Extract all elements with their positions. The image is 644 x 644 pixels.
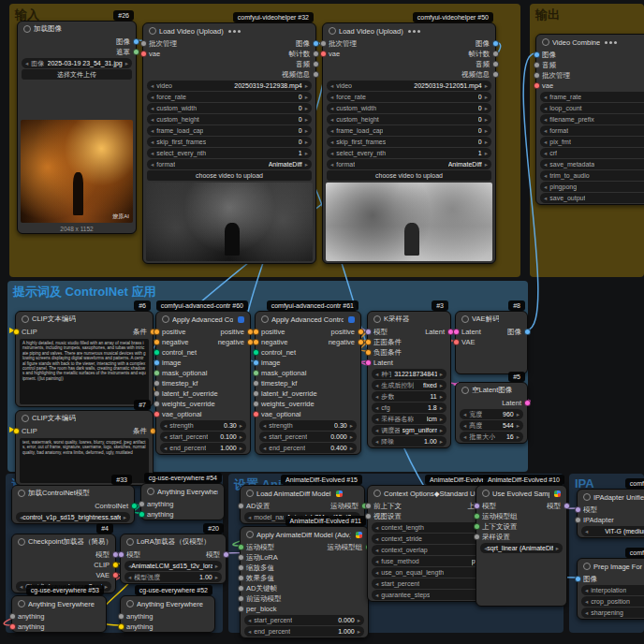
decrement-arrow[interactable]: ◂ [463,409,466,419]
VAE-out-port[interactable] [112,572,119,578]
increment-arrow[interactable]: ▸ [517,432,520,442]
decrement-arrow[interactable]: ◂ [463,420,466,431]
node-header[interactable]: Apply Advanced ControlNet [156,312,250,327]
node-graph-canvas[interactable]: 输入输出提示词及 ControlNet 应用遮罩及 ControlNet设置 A… [0,0,644,644]
latent_kf_override-in-port[interactable] [154,390,160,397]
视频信息-out-port[interactable] [313,71,319,78]
collapse-toggle[interactable] [373,315,381,323]
图像-in-port[interactable] [534,51,540,58]
increment-arrow[interactable]: ▸ [350,432,353,442]
decrement-arrow[interactable]: ◂ [544,103,547,113]
node-header[interactable]: Prep Image For ClipVision [578,559,644,574]
decrement-arrow[interactable]: ◂ [330,148,333,158]
decrement-arrow[interactable]: ◂ [544,114,547,124]
vae-in-port[interactable] [140,51,147,57]
timestep_kf-in-port[interactable] [154,380,160,387]
decrement-arrow[interactable]: ◂ [375,567,378,578]
模型-in-port[interactable] [474,503,480,509]
widget-value[interactable]: ◂ViT-G (medium strength)▸ [581,526,644,536]
widget-end_percent[interactable]: ◂end_percent1.000▸ [160,443,246,453]
CLIP-out-port[interactable] [112,562,119,568]
increment-arrow[interactable]: ▸ [440,414,443,424]
increment-arrow[interactable]: ▸ [556,543,559,553]
anything-in-port[interactable] [9,613,16,620]
遮罩-out-port[interactable] [133,49,139,55]
node-apply-ad-model[interactable]: AnimateDiff-Evolved #11Apply AnimateDiff… [240,526,369,638]
widget-strength[interactable]: ◂strength0.30▸ [259,420,357,431]
widget-crop_position[interactable]: ◂crop_positioncenter▸ [581,596,644,607]
node-header[interactable]: Checkpoint加载器（简易） [12,534,115,549]
node-load-image[interactable]: #26加载图像图像遮罩◂图像2025-03-19 23_54_31.jpg▸选择… [17,21,137,234]
vae_optional-in-port[interactable] [154,411,160,417]
node-header[interactable]: Load Video (Upload) [323,23,495,38]
widget-strength[interactable]: ◂strength0.30▸ [160,420,246,431]
decrement-arrow[interactable]: ◂ [330,114,333,124]
decrement-arrow[interactable]: ◂ [375,391,378,402]
decrement-arrow[interactable]: ◂ [151,114,154,124]
widget-crf[interactable]: ◂crf▸ [540,148,644,158]
decrement-arrow[interactable]: ◂ [330,137,333,147]
批次管理-in-port[interactable] [534,72,540,79]
decrement-arrow[interactable]: ◂ [375,545,378,555]
node-anything-everywhere-53[interactable]: cg-use-everywhere #53Anything Everywhere… [11,595,107,633]
decrement-arrow[interactable]: ◂ [151,80,154,91]
decrement-arrow[interactable]: ◂ [544,193,547,203]
批次管理-in-port[interactable] [140,40,147,47]
collapse-toggle[interactable] [246,490,254,497]
IPAdapter-in-port[interactable] [575,517,581,523]
node-controlnet-loader[interactable]: #33加载ControlNet模型ControlNet◂control_v1p_… [11,485,135,524]
node-clip-encode-pos[interactable]: #6CLIP文本编码CLIP条件A highly detailed, music… [15,311,154,407]
ControlNet-out-port[interactable] [131,503,138,509]
widget-value[interactable]: ◂control_v1p_sd15_brightness.safetensors… [16,512,130,522]
decrement-arrow[interactable]: ◂ [248,615,251,625]
anything-in-port[interactable] [118,623,124,630]
decrement-arrow[interactable]: ◂ [375,522,378,533]
collapse-toggle[interactable] [22,315,29,323]
increment-arrow[interactable]: ▸ [485,148,488,158]
increment-arrow[interactable]: ▸ [305,103,308,113]
decrement-arrow[interactable]: ◂ [248,626,251,637]
node-clip-encode-neg[interactable]: #7CLIP文本编码CLIP条件text, watermark, worst q… [15,410,154,486]
increment-arrow[interactable]: ▸ [485,80,488,91]
widget-custom_height[interactable]: ◂custom_height0▸ [147,114,312,124]
decrement-arrow[interactable]: ◂ [544,137,547,147]
widget-video[interactable]: ◂video20250319-212938.mp4▸ [147,80,312,91]
decrement-arrow[interactable]: ◂ [375,425,378,435]
widget-force_rate[interactable]: ◂force_rate0▸ [327,92,491,102]
decrement-arrow[interactable]: ◂ [585,526,588,536]
increment-arrow[interactable]: ▸ [305,114,308,124]
CLIP-in-port[interactable] [13,329,20,335]
Latent-out-port[interactable] [524,400,531,406]
negative-in-port[interactable] [253,339,259,345]
widget-force_rate[interactable]: ◂force_rate0▸ [147,92,312,102]
decrement-arrow[interactable]: ◂ [248,512,251,522]
decrement-arrow[interactable]: ◂ [151,92,154,102]
increment-arrow[interactable]: ▸ [125,58,128,68]
increment-arrow[interactable]: ▸ [440,369,443,379]
decrement-arrow[interactable]: ◂ [151,125,154,136]
collapse-toggle[interactable] [18,490,25,497]
decrement-arrow[interactable]: ◂ [263,432,266,442]
increment-arrow[interactable]: ▸ [305,137,308,147]
negative-in-port[interactable] [154,339,160,345]
decrement-arrow[interactable]: ◂ [330,103,333,113]
collapse-toggle[interactable] [261,315,269,323]
缩放多值-in-port[interactable] [238,564,244,571]
widget-skip_first_frames[interactable]: ◂skip_first_frames0▸ [147,137,312,147]
increment-arrow[interactable]: ▸ [485,103,488,113]
button-widget[interactable]: choose video to upload [147,170,312,181]
Latent-in-port[interactable] [453,329,460,335]
node-lora-loader[interactable]: #20LoRA加载器（仅模型）模型模型◂AnimateLCM_sd15_t2v_… [120,534,227,584]
widget-降噪[interactable]: ◂降噪1.00▸ [372,436,446,446]
increment-arrow[interactable]: ▸ [305,92,308,102]
decrement-arrow[interactable]: ◂ [151,148,154,158]
图像-in-port[interactable] [575,576,581,582]
node-load-video-50[interactable]: comfyui-videohelper #50Load Video (Uploa… [322,22,496,264]
node-header[interactable]: CLIP文本编码 [16,411,153,426]
模型-out-port[interactable] [564,503,570,509]
node-header[interactable]: Apply Advanced ControlNet [256,312,360,327]
widget-pix_fmt[interactable]: ◂pix_fmt▸ [540,137,644,147]
collapse-toggle[interactable] [126,600,134,607]
collapse-toggle[interactable] [583,493,591,501]
decrement-arrow[interactable]: ◂ [585,607,588,618]
